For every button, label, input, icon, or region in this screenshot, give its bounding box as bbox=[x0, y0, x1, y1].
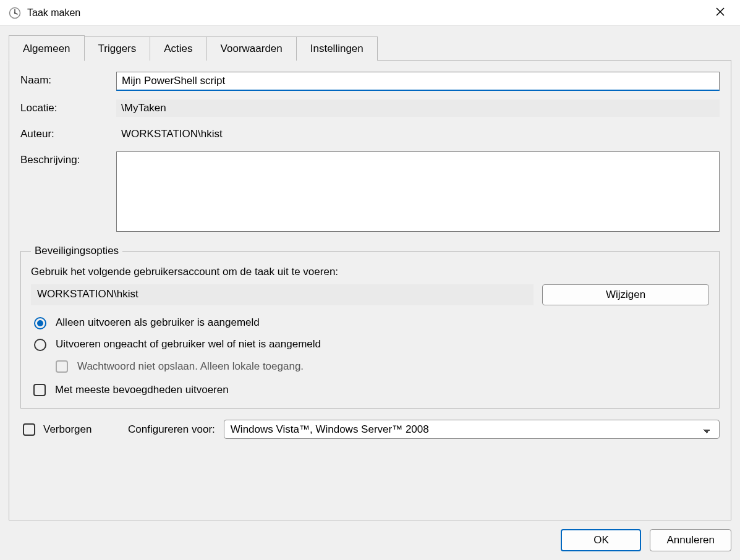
titlebar: Taak maken bbox=[0, 0, 740, 26]
checkbox-hidden[interactable] bbox=[23, 423, 35, 436]
tab-actions[interactable]: Acties bbox=[150, 36, 206, 61]
window-title: Taak maken bbox=[27, 7, 707, 19]
radio-run-any-row[interactable]: Uitvoeren ongeacht of gebruiker wel of n… bbox=[31, 337, 709, 351]
name-label: Naam: bbox=[20, 72, 116, 87]
security-groupbox: Beveiligingsopties Gebruik het volgende … bbox=[20, 245, 720, 409]
dialog-footer: OK Annuleren bbox=[9, 520, 731, 551]
task-scheduler-icon bbox=[9, 7, 21, 19]
configure-for-label: Configureren voor: bbox=[128, 423, 215, 436]
change-user-button[interactable]: Wijzigen bbox=[542, 284, 709, 305]
radio-run-any[interactable] bbox=[34, 339, 46, 351]
close-button[interactable] bbox=[707, 1, 734, 25]
create-task-dialog: Taak maken Algemeen Triggers Acties Voor… bbox=[0, 0, 740, 560]
tab-general[interactable]: Algemeen bbox=[9, 35, 85, 61]
checkbox-highest-priv-row[interactable]: Met meeste bevoegdheden uitvoeren bbox=[31, 382, 709, 398]
checkbox-highest-priv[interactable] bbox=[33, 384, 46, 396]
name-input[interactable] bbox=[116, 72, 720, 91]
close-icon bbox=[716, 6, 725, 19]
checkbox-hidden-label: Verborgen bbox=[43, 423, 91, 436]
description-input[interactable] bbox=[116, 151, 720, 232]
account-instruction: Gebruik het volgende gebruikersaccount o… bbox=[31, 266, 709, 278]
dialog-content: Algemeen Triggers Acties Voorwaarden Ins… bbox=[0, 26, 740, 560]
checkbox-highest-priv-label: Met meeste bevoegdheden uitvoeren bbox=[55, 384, 229, 396]
tab-settings[interactable]: Instellingen bbox=[296, 36, 378, 61]
radio-run-logged-on[interactable] bbox=[34, 317, 46, 329]
checkbox-no-password bbox=[56, 360, 68, 373]
radio-run-any-label: Uitvoeren ongeacht of gebruiker wel of n… bbox=[56, 338, 321, 350]
cancel-button[interactable]: Annuleren bbox=[650, 529, 731, 551]
checkbox-no-password-label: Wachtwoord niet opslaan. Alleen lokale t… bbox=[77, 360, 304, 373]
checkbox-hidden-row[interactable]: Verborgen bbox=[20, 422, 119, 438]
ok-button[interactable]: OK bbox=[561, 529, 641, 551]
author-value: WORKSTATION\hkist bbox=[116, 125, 720, 143]
location-value: \MyTaken bbox=[116, 100, 720, 117]
svg-point-3 bbox=[14, 12, 15, 13]
configure-for-select[interactable]: Windows Vista™, Windows Server™ 2008 bbox=[224, 420, 720, 439]
account-value: WORKSTATION\hkist bbox=[31, 284, 534, 305]
location-label: Locatie: bbox=[20, 100, 116, 114]
author-label: Auteur: bbox=[20, 125, 116, 140]
checkbox-no-password-row: Wachtwoord niet opslaan. Alleen lokale t… bbox=[53, 358, 709, 375]
security-groupbox-title: Beveiligingsopties bbox=[31, 245, 122, 257]
description-label: Beschrijving: bbox=[20, 151, 116, 166]
tab-conditions[interactable]: Voorwaarden bbox=[206, 36, 297, 61]
tab-triggers[interactable]: Triggers bbox=[84, 36, 151, 61]
radio-run-logged-on-label: Alleen uitvoeren als gebruiker is aangem… bbox=[56, 316, 260, 329]
tab-strip: Algemeen Triggers Acties Voorwaarden Ins… bbox=[9, 35, 731, 61]
radio-run-logged-on-row[interactable]: Alleen uitvoeren als gebruiker is aangem… bbox=[31, 315, 709, 329]
tabpanel-general: Naam: Locatie: \MyTaken Auteur: WORKSTAT… bbox=[9, 60, 731, 520]
